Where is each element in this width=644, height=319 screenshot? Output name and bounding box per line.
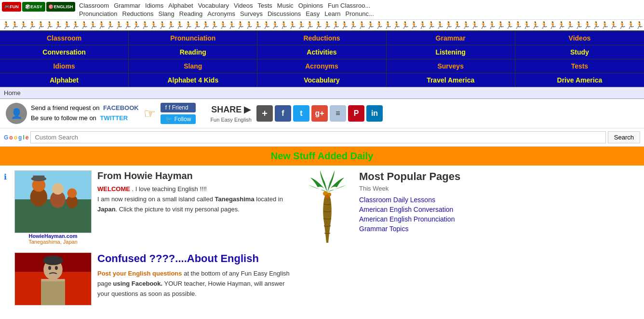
left-section: HowieHayman.com Tanegashima, Japan From … — [14, 170, 295, 305]
add-to-any-icon[interactable]: + — [256, 105, 273, 122]
nav-surveys[interactable]: Surveys — [387, 59, 515, 73]
nav-vocabulary-top[interactable]: Vocabulary — [198, 2, 229, 9]
confused-section: Confused ????....About English Post your… — [14, 252, 295, 305]
figure-25: 🏃 — [210, 21, 218, 29]
nav-discussions-top[interactable]: Discussions — [268, 10, 301, 17]
nav-pronunciation-top[interactable]: Pronunciation — [79, 10, 118, 17]
search-input[interactable] — [30, 131, 605, 143]
twitter-share-icon[interactable]: t — [293, 105, 309, 122]
popular-section: Most Popular Pages This Week Classroom D… — [359, 170, 640, 305]
figure-12: 🏃 — [97, 21, 106, 29]
nav-alphabet[interactable]: Alphabet — [0, 73, 128, 87]
twitter-link[interactable]: TWITTER — [100, 114, 128, 122]
info-icon[interactable]: ℹ — [4, 173, 7, 181]
nav-alphabet4kids[interactable]: Alphabet 4 Kids — [129, 73, 257, 87]
nav-reductions[interactable]: Reductions — [257, 31, 386, 45]
nav-fun-classroo-top[interactable]: Fun Classroo... — [328, 2, 370, 9]
nav-study[interactable]: Study — [515, 45, 644, 59]
search-button[interactable]: Search — [608, 131, 640, 143]
nav-grammar-top[interactable]: Grammar — [114, 2, 140, 9]
nav-opinions-top[interactable]: Opinions — [298, 2, 323, 9]
nav-slang[interactable]: Slang — [129, 59, 257, 73]
howie-section: HowieHayman.com Tanegashima, Japan From … — [14, 170, 295, 245]
nav-activities[interactable]: Activities — [257, 45, 386, 59]
figure-41: 🏃 — [349, 21, 357, 29]
figure-33: 🏃 — [280, 21, 288, 29]
social-buttons: f f Friend 🐦 Follow — [161, 103, 196, 124]
figure-7: 🏃 — [54, 21, 62, 29]
palm-section — [303, 170, 351, 305]
nav-pronunciation[interactable]: Pronunciation — [129, 31, 257, 45]
popular-link-3[interactable]: American English Pronunciation — [359, 215, 640, 223]
nav-slang-top[interactable]: Slang — [159, 10, 174, 17]
pinterest-icon[interactable]: P — [348, 105, 364, 122]
nav-listening[interactable]: Listening — [387, 45, 515, 59]
howie-photo[interactable] — [14, 170, 92, 233]
nav-idioms-top[interactable]: Idioms — [145, 2, 163, 9]
welcome-text: WELCOME — [97, 185, 130, 193]
share-generic-icon[interactable]: ≡ — [330, 105, 346, 122]
popular-link-2[interactable]: American English Conversation — [359, 206, 640, 213]
nav-surveys-top[interactable]: Surveys — [240, 10, 263, 17]
linkedin-icon[interactable]: in — [366, 105, 383, 122]
howie-text: From Howie Hayman WELCOME . I love teach… — [97, 170, 295, 214]
figure-3: 🏃 — [19, 21, 27, 29]
banner-text: New Stuff Added Daily — [271, 151, 374, 161]
nav-alphabet-top[interactable]: Alphabet — [168, 2, 193, 9]
share-section: SHARE ▶ Fun Easy English — [210, 104, 252, 123]
nav-reductions-top[interactable]: Reductions — [122, 10, 154, 17]
nav-classroom[interactable]: Classroom — [0, 31, 128, 45]
popular-link-4[interactable]: Grammar Topics — [359, 225, 640, 233]
tw-icon: 🐦 — [165, 116, 173, 123]
figure-67: 🏃 — [575, 21, 583, 29]
facebook-friend-button[interactable]: f f Friend — [161, 103, 196, 112]
figure-30: 🏃 — [254, 21, 262, 29]
fb-friend-label: f Friend — [169, 104, 188, 111]
figure-37: 🏃 — [314, 21, 322, 29]
nav-music-top[interactable]: Music — [277, 2, 294, 9]
confused-body: Post your English questions at the botto… — [97, 269, 295, 299]
nav-travel-america[interactable]: Travel America — [387, 73, 515, 87]
nav-pronunc-top[interactable]: Pronunc... — [346, 10, 374, 17]
confused-photo[interactable] — [14, 252, 92, 305]
figure-65: 🏃 — [557, 21, 565, 29]
svg-point-8 — [67, 188, 77, 198]
confused-text: Confused ????....About English Post your… — [97, 252, 295, 299]
figure-34: 🏃 — [288, 21, 296, 29]
nav-tests-top[interactable]: Tests — [257, 2, 272, 9]
nav-idioms[interactable]: Idioms — [0, 59, 128, 73]
nav-easy-top[interactable]: Easy — [306, 10, 320, 17]
nav-acronyms[interactable]: Acronyms — [257, 59, 386, 73]
nav-reading[interactable]: Reading — [129, 45, 257, 59]
nav-tests[interactable]: Tests — [515, 59, 644, 73]
svg-rect-15 — [41, 281, 65, 305]
nav-acronyms-top[interactable]: Acronyms — [207, 10, 235, 17]
svg-point-17 — [55, 266, 58, 270]
nav-learn-top[interactable]: Learn — [324, 10, 340, 17]
nav-vocabulary[interactable]: Vocabulary — [257, 73, 386, 87]
figure-11: 🏃 — [89, 21, 97, 29]
figure-39: 🏃 — [332, 21, 340, 29]
figure-56: 🏃 — [479, 21, 487, 29]
howie-location: Tanegashima, Japan — [28, 239, 78, 245]
facebook-link[interactable]: FACEBOOK — [103, 104, 139, 111]
nav-reading-top[interactable]: Reading — [179, 10, 202, 17]
nav-videos[interactable]: Videos — [515, 31, 644, 45]
facebook-share-icon[interactable]: f — [275, 105, 291, 122]
howie-website-link[interactable]: HowieHayman.com — [29, 233, 78, 239]
figure-44: 🏃 — [375, 21, 383, 29]
popular-link-1[interactable]: Classroom Daily Lessons — [359, 196, 640, 204]
post-questions-link[interactable]: Post your English questions — [97, 270, 182, 277]
nav-drive-america[interactable]: Drive America — [515, 73, 644, 87]
figure-24: 🏃 — [201, 21, 210, 29]
nav-grammar[interactable]: Grammar — [387, 31, 515, 45]
nav-conversation[interactable]: Conversation — [0, 45, 128, 59]
nav-videos-top[interactable]: Videos — [234, 2, 253, 9]
breadcrumb-home[interactable]: Home — [4, 89, 21, 97]
figure-4: 🏃 — [28, 21, 36, 29]
twitter-follow-button[interactable]: 🐦 Follow — [161, 114, 196, 124]
google-plus-icon[interactable]: g+ — [311, 105, 328, 122]
nav-classroom-top[interactable]: Classroom — [79, 2, 109, 9]
figure-71: 🏃 — [609, 21, 617, 29]
google-o1: o — [9, 134, 13, 141]
